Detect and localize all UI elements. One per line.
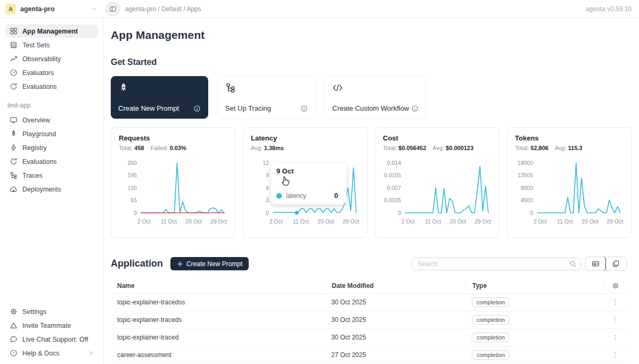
gear-icon (10, 308, 18, 316)
column-type[interactable]: Type (465, 281, 603, 291)
app-type-badge: completion (472, 315, 510, 325)
table-body: topic-explainer-tracedss30 Oct 2025compl… (111, 294, 627, 364)
onboarding-cards: Create New Prompt Set Up Tracing Create … (111, 76, 627, 119)
sidebar-item-label: Evaluations (22, 83, 57, 90)
tokens-chart-card: Tokens Total:52,806Avg:115.3 04500900013… (507, 127, 632, 238)
table-row[interactable]: topic-explainer-traceds30 Oct 2025comple… (111, 311, 627, 329)
card-label: Create Custom Workflow (332, 104, 409, 112)
sidebar-item-label: Live Chat Support: Off (22, 336, 88, 343)
sidebar-item-label: Test Sets (22, 42, 50, 49)
gauge-icon (10, 69, 18, 77)
sidebar-item-settings[interactable]: Settings (5, 305, 98, 318)
column-name[interactable]: Name (111, 281, 325, 291)
svg-text:6: 6 (266, 185, 269, 191)
sidebar-item-evaluators[interactable]: Evaluators (5, 66, 98, 79)
sidebar-item-live-chat-support-off[interactable]: Live Chat Support: Off (5, 333, 98, 346)
table-row[interactable]: career-assessment27 Oct 2025completion (111, 346, 627, 364)
sidebar-item-app-management[interactable]: App Management (5, 24, 98, 38)
row-menu-kebab-icon[interactable] (603, 299, 627, 306)
tooltip-value: 0 (334, 192, 338, 200)
app-name: topic-explainer-traceds (111, 316, 325, 324)
chart-stats: Total:$0.056452Avg:$0.000123 (383, 145, 493, 151)
rotate-icon (10, 82, 18, 90)
stat: Avg:$0.000123 (432, 145, 473, 151)
chevron-right-icon (88, 350, 94, 356)
svg-text:2 Oct: 2 Oct (402, 218, 415, 225)
sidebar-item-traces[interactable]: Traces (5, 169, 98, 182)
set-up-tracing-card[interactable]: Set Up Tracing (218, 76, 315, 119)
tooltip-series-label: latency (286, 192, 306, 200)
svg-text:20 Oct: 20 Oct (449, 218, 466, 225)
chart-title: Tokens (515, 134, 625, 142)
requests-chart-card: Requests Total:458Failed:0.03% 065130195… (111, 127, 235, 238)
svg-text:3: 3 (266, 197, 269, 203)
sidebar-item-label: Deployments (22, 186, 61, 193)
sidebar-item-label: Observability (22, 55, 61, 63)
svg-text:?: ? (13, 351, 15, 355)
create-new-prompt-card[interactable]: Create New Prompt (111, 76, 208, 119)
get-started-title: Get Started (111, 57, 627, 67)
svg-text:2 Oct: 2 Oct (534, 218, 547, 225)
row-menu-kebab-icon[interactable] (603, 334, 627, 341)
column-settings-gear-icon[interactable] (603, 281, 627, 291)
info-icon[interactable] (193, 105, 201, 112)
create-new-prompt-button[interactable]: Create New Prompt (170, 257, 249, 270)
info-icon[interactable] (300, 105, 308, 112)
sidebar-toggle-button[interactable] (106, 2, 120, 16)
svg-text:260: 260 (127, 160, 137, 166)
sidebar-item-help-docs[interactable]: ?Help & Docs (5, 346, 98, 360)
chart-stats: Avg:1.38ms (251, 145, 361, 151)
svg-text:0.0035: 0.0035 (384, 197, 401, 203)
app-type-badge: completion (472, 350, 510, 360)
sidebar: App ManagementTest SetsObservabilityEval… (0, 18, 104, 364)
grid-icon (10, 27, 18, 35)
card-label: Set Up Tracing (225, 104, 271, 112)
workspace-selector[interactable]: A agenta-pro (0, 4, 104, 14)
sidebar-item-evaluations[interactable]: Evaluations (5, 155, 98, 168)
app-type-badge: completion (472, 297, 510, 307)
app-date-modified: 27 Oct 2025 (325, 351, 465, 359)
sidebar-item-observability[interactable]: Observability (5, 52, 98, 65)
sidebar-item-label: App Management (22, 28, 78, 35)
card-label: Create New Prompt (118, 104, 179, 112)
sidebar-item-test-sets[interactable]: Test Sets (5, 38, 98, 52)
application-header: Application Create New Prompt (111, 257, 627, 271)
app-type-badge: completion (472, 333, 510, 342)
app-date-modified: 30 Oct 2025 (325, 334, 465, 341)
sidebar-item-label: Overview (22, 117, 50, 124)
chart-title: Requests (119, 134, 228, 142)
sidebar-item-label: Evaluators (22, 69, 54, 77)
create-custom-workflow-card[interactable]: Create Custom Workflow (325, 76, 426, 119)
info-icon[interactable] (411, 105, 419, 112)
row-menu-kebab-icon[interactable] (603, 351, 627, 359)
chart-stats: Total:458Failed:0.03% (119, 145, 228, 151)
row-menu-kebab-icon[interactable] (603, 316, 627, 324)
sidebar-item-playground[interactable]: Playground (5, 127, 98, 140)
search-icon (569, 260, 577, 268)
svg-text:29 Oct: 29 Oct (474, 218, 491, 225)
sidebar-item-registry[interactable]: Registry (5, 141, 98, 154)
requests-chart: 0651301952602 Oct11 Oct20 Oct29 Oct (119, 159, 228, 229)
sidebar-item-evaluations[interactable]: Evaluations (5, 80, 98, 93)
test-sets-icon (10, 41, 18, 49)
chart-line-icon (10, 55, 18, 63)
card-view-button[interactable] (605, 257, 626, 270)
series-dot (276, 193, 282, 198)
table-row[interactable]: topic-explainer-tracedss30 Oct 2025compl… (111, 294, 627, 311)
search-input[interactable] (412, 258, 581, 270)
column-date-modified[interactable]: Date Modified (325, 281, 465, 291)
sidebar-item-label: Playground (22, 130, 56, 138)
sidebar-item-overview[interactable]: Overview (5, 113, 98, 127)
app-name: topic-explainer-tracedss (111, 299, 325, 306)
bolt-icon (10, 144, 18, 152)
stat: Failed:0.03% (151, 145, 186, 151)
table-view-button[interactable] (585, 257, 606, 271)
svg-text:2 Oct: 2 Oct (137, 218, 151, 225)
svg-text:0.0105: 0.0105 (384, 172, 401, 178)
sidebar-item-invite-teammate[interactable]: Invite Teammate (5, 319, 98, 332)
breadcrumb[interactable]: agenta-pro / Default / Apps (125, 5, 201, 13)
sidebar-item-deployments[interactable]: Deployments (5, 183, 98, 196)
table-row[interactable]: topic-explainer-traced30 Oct 2025complet… (111, 329, 627, 346)
tree-icon (10, 171, 18, 179)
application-title: Application (111, 258, 163, 269)
